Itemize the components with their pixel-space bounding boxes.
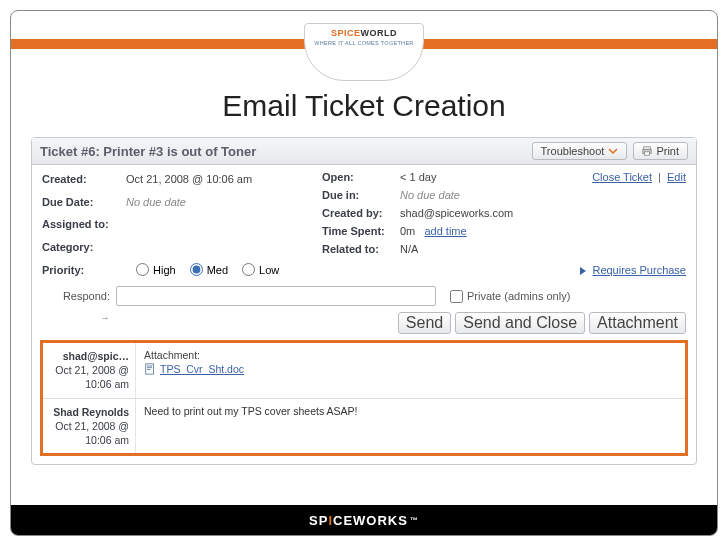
troubleshoot-button[interactable]: Troubleshoot bbox=[532, 142, 628, 160]
badge-brand-post: WORLD bbox=[361, 28, 398, 38]
created-by-value: shad@spiceworks.com bbox=[400, 207, 582, 219]
priority-med[interactable]: Med bbox=[190, 263, 228, 276]
svg-rect-5 bbox=[147, 367, 152, 368]
priority-low[interactable]: Low bbox=[242, 263, 279, 276]
print-button[interactable]: Print bbox=[633, 142, 688, 160]
priority-label: Priority: bbox=[42, 264, 122, 276]
message-time: 10:06 am bbox=[85, 434, 129, 446]
due-in-label: Due in: bbox=[322, 189, 400, 201]
trademark-icon: ™ bbox=[410, 516, 419, 525]
priority-med-radio[interactable] bbox=[190, 263, 203, 276]
respond-row: Respond: Private (admins only) bbox=[32, 282, 696, 312]
created-by-label: Created by: bbox=[322, 207, 400, 219]
priority-low-label: Low bbox=[259, 264, 279, 276]
send-button[interactable]: Send bbox=[398, 312, 451, 334]
priority-row: Priority: High Med Low Requires Purchase bbox=[32, 259, 696, 282]
slide-frame: SPICEWORLD WHERE IT ALL COMES TOGETHER E… bbox=[10, 10, 718, 536]
footer-brand-post: CEWORKS bbox=[333, 513, 408, 528]
meta-right: Open: < 1 day Due in: No due date Create… bbox=[322, 171, 582, 255]
badge-brand-pre: SPICE bbox=[331, 28, 361, 38]
badge-tagline: WHERE IT ALL COMES TOGETHER bbox=[314, 40, 413, 46]
slide-title: Email Ticket Creation bbox=[11, 89, 717, 123]
print-label: Print bbox=[656, 145, 679, 157]
respond-sub-row: → Send Send and Close Attachment bbox=[32, 312, 696, 338]
attachment-filename: TPS_Cvr_Sht.doc bbox=[160, 363, 244, 375]
ticket-actions: Close Ticket | Edit bbox=[592, 171, 686, 255]
message-date: Oct 21, 2008 @ bbox=[55, 420, 129, 432]
time-spent-label: Time Spent: bbox=[322, 225, 400, 237]
private-checkbox[interactable] bbox=[450, 290, 463, 303]
created-label: Created: bbox=[42, 173, 126, 185]
respond-input[interactable] bbox=[116, 286, 436, 306]
message-date: Oct 21, 2008 @ bbox=[55, 364, 129, 376]
message-meta: shad@spic… Oct 21, 2008 @ 10:06 am bbox=[43, 343, 135, 398]
svg-rect-6 bbox=[147, 369, 150, 370]
close-ticket-link[interactable]: Close Ticket bbox=[592, 171, 652, 183]
priority-med-label: Med bbox=[207, 264, 228, 276]
meta-left: Created: Oct 21, 2008 @ 10:06 am Due Dat… bbox=[42, 171, 322, 255]
due-date-label: Due Date: bbox=[42, 196, 126, 208]
add-time-link[interactable]: add time bbox=[424, 225, 466, 237]
edit-ticket-link[interactable]: Edit bbox=[667, 171, 686, 183]
message-row-attachment: shad@spic… Oct 21, 2008 @ 10:06 am Attac… bbox=[43, 343, 685, 398]
requires-purchase-label: Requires Purchase bbox=[592, 264, 686, 276]
attachment-button[interactable]: Attachment bbox=[589, 312, 686, 334]
message-from: shad@spic… bbox=[49, 349, 129, 363]
priority-high-label: High bbox=[153, 264, 176, 276]
due-date-value: No due date bbox=[126, 196, 322, 208]
message-from: Shad Reynolds bbox=[49, 405, 129, 419]
action-separator: | bbox=[658, 171, 661, 183]
message-body: Attachment: TPS_Cvr_Sht.doc bbox=[135, 343, 685, 398]
message-time: 10:06 am bbox=[85, 378, 129, 390]
open-value: < 1 day bbox=[400, 171, 582, 183]
created-value: Oct 21, 2008 @ 10:06 am bbox=[126, 173, 322, 185]
assigned-label: Assigned to: bbox=[42, 218, 126, 230]
document-icon bbox=[144, 363, 156, 375]
respond-label: Respond: bbox=[42, 290, 110, 302]
open-label: Open: bbox=[322, 171, 400, 183]
message-row-text: Shad Reynolds Oct 21, 2008 @ 10:06 am Ne… bbox=[43, 398, 685, 454]
category-label: Category: bbox=[42, 241, 126, 253]
priority-low-radio[interactable] bbox=[242, 263, 255, 276]
troubleshoot-label: Troubleshoot bbox=[541, 145, 605, 157]
svg-rect-2 bbox=[645, 152, 650, 155]
recipient-arrow-icon: → bbox=[42, 312, 110, 334]
time-spent-wrap: 0m add time bbox=[400, 225, 582, 237]
spiceworld-badge: SPICEWORLD WHERE IT ALL COMES TOGETHER bbox=[304, 23, 424, 81]
triangle-icon bbox=[580, 267, 586, 275]
chevron-down-icon bbox=[608, 146, 618, 156]
ticket-title: Ticket #6: Printer #3 is out of Toner bbox=[40, 144, 526, 159]
svg-rect-4 bbox=[147, 366, 152, 367]
footer-bar: SPICEWORKS™ bbox=[11, 505, 717, 535]
private-checkbox-wrap[interactable]: Private (admins only) bbox=[450, 290, 570, 303]
ticket-meta: Created: Oct 21, 2008 @ 10:06 am Due Dat… bbox=[32, 165, 696, 259]
related-value: N/A bbox=[400, 243, 582, 255]
related-label: Related to: bbox=[322, 243, 400, 255]
messages-highlight: shad@spic… Oct 21, 2008 @ 10:06 am Attac… bbox=[40, 340, 688, 456]
private-label: Private (admins only) bbox=[467, 290, 570, 302]
ticket-header: Ticket #6: Printer #3 is out of Toner Tr… bbox=[32, 138, 696, 165]
message-meta: Shad Reynolds Oct 21, 2008 @ 10:06 am bbox=[43, 399, 135, 454]
attachment-link[interactable]: TPS_Cvr_Sht.doc bbox=[144, 363, 244, 375]
message-body: Need to print out my TPS cover sheets AS… bbox=[135, 399, 685, 454]
send-and-close-button[interactable]: Send and Close bbox=[455, 312, 585, 334]
footer-brand-pre: SP bbox=[309, 513, 328, 528]
requires-purchase[interactable]: Requires Purchase bbox=[579, 264, 686, 276]
priority-high-radio[interactable] bbox=[136, 263, 149, 276]
attachment-label: Attachment: bbox=[144, 349, 200, 361]
ticket-panel: Ticket #6: Printer #3 is out of Toner Tr… bbox=[31, 137, 697, 465]
print-icon bbox=[642, 146, 652, 156]
time-spent-value: 0m bbox=[400, 225, 415, 237]
priority-high[interactable]: High bbox=[136, 263, 176, 276]
due-in-value: No due date bbox=[400, 189, 582, 201]
